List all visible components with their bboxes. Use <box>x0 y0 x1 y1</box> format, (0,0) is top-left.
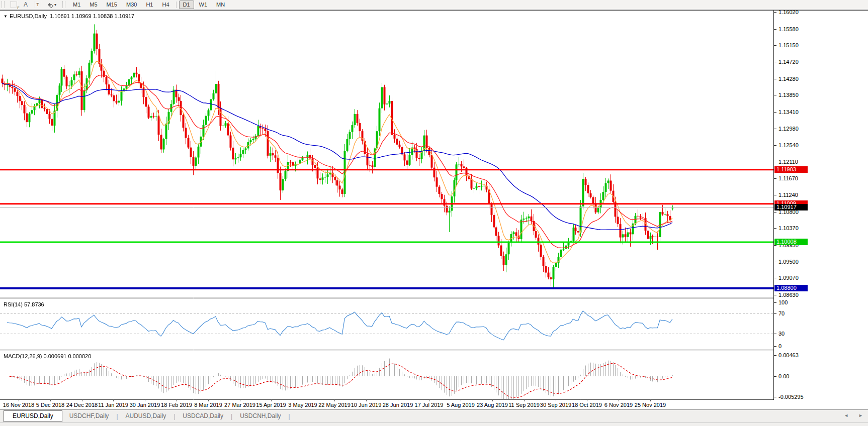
date-axis-label: 10 Jun 2019 <box>351 402 382 408</box>
price-axis-tick: 1.16020 <box>778 9 799 15</box>
current-price-badge: 1.10917 <box>774 204 808 210</box>
toolbar-separator <box>176 2 177 8</box>
rsi-indicator-label: RSI(14) 57.8736 <box>4 301 44 307</box>
date-axis-label: 30 Jan 2019 <box>130 402 160 408</box>
date-axis-label: 18 Oct 2019 <box>572 402 602 408</box>
date-tick-mark <box>587 400 587 401</box>
hline-price-badge: 1.11903 <box>774 166 808 173</box>
toolbar-group-handle[interactable] <box>62 2 65 8</box>
date-tick-mark <box>271 400 272 401</box>
date-tick-mark <box>429 400 429 401</box>
price-axis-tick: 1.08630 <box>778 292 799 298</box>
ohlc-values: 1.10891 1.10969 1.10838 1.10917 <box>50 13 134 19</box>
shapes-tool-button[interactable]: ▾ <box>44 1 61 9</box>
price-chart-canvas[interactable] <box>0 11 773 400</box>
chart-tab-usdcnh[interactable]: USDCNH,Daily <box>233 411 288 421</box>
rsi-axis-tick: 70 <box>778 310 785 316</box>
symbol-ohlc-label: ▼EURUSD,Daily 1.10891 1.10969 1.10838 1.… <box>4 13 134 19</box>
hline-price-badge: 1.08800 <box>774 285 808 291</box>
macd-axis-tick: 0.00 <box>778 373 789 379</box>
text-label-icon: T <box>35 2 41 8</box>
timeframe-button-h1[interactable]: H1 <box>142 1 157 9</box>
dotted-grid-icon: F <box>11 2 17 8</box>
price-axis-tick: 1.12110 <box>778 159 798 165</box>
chart-tab-bar: EURUSD,DailyUSDCHF,Daily|AUDUSD,Daily|US… <box>0 409 868 422</box>
timeframe-button-w1[interactable]: W1 <box>195 1 212 9</box>
time-axis[interactable]: 16 Nov 20185 Dec 201824 Dec 201811 Jan 2… <box>0 400 773 410</box>
timeframe-button-m15[interactable]: M15 <box>103 1 121 9</box>
collapse-marker-icon[interactable]: ▼ <box>4 14 8 19</box>
date-tick-mark <box>82 400 82 401</box>
rsi-axis-tick: 100 <box>778 299 788 305</box>
date-tick-mark <box>492 400 493 401</box>
date-axis-label: 15 Apr 2019 <box>256 402 286 408</box>
timeframe-button-h4[interactable]: H4 <box>158 1 173 9</box>
f-sub-label: F <box>17 6 19 10</box>
price-axis-tick: 1.09500 <box>778 259 799 265</box>
price-axis-tick: 1.12980 <box>778 126 799 132</box>
font-a-icon: A <box>24 1 28 8</box>
date-axis-label: 25 Nov 2019 <box>635 402 666 408</box>
price-axis-tick: 1.13850 <box>778 92 799 98</box>
price-axis-tick: 1.15150 <box>778 42 799 48</box>
date-axis-label: 27 Mar 2019 <box>224 402 255 408</box>
font-tool-button[interactable]: A <box>20 1 32 9</box>
date-axis-label: 5 Dec 2018 <box>36 402 64 408</box>
toolbar-drag-handle[interactable] <box>2 2 5 8</box>
price-axis[interactable]: 1.160201.155801.151501.147201.142801.138… <box>773 11 868 400</box>
date-axis-label: 28 Jun 2019 <box>383 402 413 408</box>
chart-tab-usdchf[interactable]: USDCHF,Daily <box>62 411 116 421</box>
chart-tab-usdcad[interactable]: USDCAD,Daily <box>176 411 230 421</box>
macd-values: 0.000691 0.000020 <box>43 353 91 359</box>
timeframe-button-m1[interactable]: M1 <box>69 1 84 9</box>
price-axis-tick: 1.11670 <box>778 175 798 181</box>
tab-scroll-arrows: ◄► <box>844 413 863 418</box>
date-tick-mark <box>240 400 240 401</box>
text-label-tool-button[interactable]: T <box>32 1 44 9</box>
tab-scroll-right-icon[interactable]: ► <box>858 413 863 418</box>
tab-scroll-left-icon[interactable]: ◄ <box>844 413 848 418</box>
timeframe-button-d1[interactable]: D1 <box>179 1 194 9</box>
date-tick-mark <box>334 400 335 401</box>
date-axis-label: 11 Sep 2019 <box>508 402 540 408</box>
price-axis-tick: 1.14280 <box>778 76 799 82</box>
date-tick-mark <box>461 400 461 401</box>
date-axis-label: 17 Jul 2019 <box>415 402 444 408</box>
tab-separator: | <box>231 413 232 420</box>
date-tick-mark <box>366 400 367 401</box>
timeframe-button-group: M1M5M15M30H1H4D1W1MN <box>68 1 229 9</box>
date-axis-label: 11 Jan 2019 <box>98 402 128 408</box>
date-tick-mark <box>524 400 525 401</box>
chart-grid-f-icon[interactable]: F <box>8 1 20 9</box>
date-tick-mark <box>50 400 51 401</box>
date-tick-mark <box>113 400 114 401</box>
price-axis-tick: 1.13410 <box>778 109 799 115</box>
tab-separator: | <box>288 413 290 420</box>
date-tick-mark <box>177 400 177 401</box>
date-axis-label: 22 May 2019 <box>318 402 351 408</box>
macd-axis-tick: 0.00463 <box>778 352 799 358</box>
date-tick-mark <box>303 400 303 401</box>
date-axis-label: 6 Nov 2019 <box>604 402 633 408</box>
macd-title: MACD(12,26,9) <box>4 353 42 359</box>
date-tick-mark <box>650 400 651 401</box>
top-toolbar: F A T ▾ M1M5M15M30H1H4D1W1MN <box>0 0 868 10</box>
chart-tab-eurusd[interactable]: EURUSD,Daily <box>4 410 62 422</box>
chart-tab-audusd[interactable]: AUDUSD,Daily <box>119 411 173 421</box>
date-axis-label: 30 Sep 2019 <box>540 402 571 408</box>
timeframe-button-mn[interactable]: MN <box>212 1 229 9</box>
timeframe-button-m30[interactable]: M30 <box>122 1 141 9</box>
timeframe-button-m5[interactable]: M5 <box>85 1 101 9</box>
hline-price-badge: 1.10008 <box>774 239 808 245</box>
tab-separator: | <box>116 413 118 420</box>
date-axis-label: 3 May 2019 <box>288 402 317 408</box>
price-axis-tick: 1.09070 <box>778 275 799 281</box>
date-tick-mark <box>619 400 619 401</box>
date-axis-label: 18 Feb 2019 <box>161 402 192 408</box>
price-axis-tick: 1.10370 <box>778 225 799 231</box>
date-axis-label: 24 Dec 2018 <box>66 402 98 408</box>
shapes-icon-secondary <box>49 4 53 8</box>
metatrader-window: { "toolbar": { "tools": [ {"name": "char… <box>0 0 868 426</box>
date-axis-label: 16 Nov 2018 <box>3 402 34 408</box>
price-axis-tick: 1.15580 <box>778 26 799 32</box>
